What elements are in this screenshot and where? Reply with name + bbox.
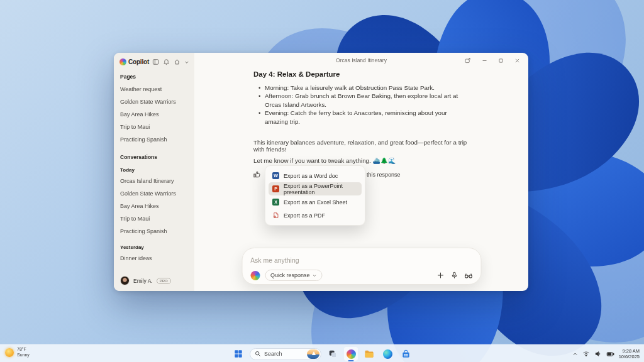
export-excel-item[interactable]: X Export as an Excel Sheet [269, 195, 362, 209]
panel-toggle-icon[interactable] [152, 58, 159, 65]
share-window-icon[interactable] [464, 57, 471, 64]
search-icon [255, 351, 261, 357]
titlebar: Orcas Island Itinerary [194, 53, 528, 68]
response-mode-label: Quick response [270, 272, 310, 278]
task-view-icon [328, 349, 337, 358]
bullet-morning: Morning: Take a leisurely walk at Obstru… [258, 84, 469, 92]
day4-heading: Day 4: Relax & Departure [253, 70, 469, 78]
sidebar-item-practicing-spanish-page[interactable]: Practicing Spanish [114, 133, 194, 146]
app-name: Copilot [128, 58, 149, 65]
sidebar-item-golden-state-warriors[interactable]: Golden State Warriors [114, 187, 194, 200]
desktop: { "desktop": { "weather": { "temperature… [0, 0, 644, 362]
export-word-item[interactable]: W Export as a Word doc [269, 169, 362, 182]
word-icon: W [272, 172, 279, 179]
export-menu: W Export as a Word doc P Export as a Pow… [265, 165, 365, 226]
pro-badge: PRO [157, 278, 171, 284]
avatar [120, 276, 130, 285]
close-button[interactable] [514, 58, 520, 63]
chevron-down-icon[interactable] [184, 60, 189, 65]
pages-header: Pages [120, 74, 188, 80]
export-powerpoint-item[interactable]: P Export as a PowerPoint presentation [269, 182, 362, 195]
copilot-taskbar-icon [347, 349, 356, 359]
store-icon [401, 349, 411, 359]
sidebar-header: Copilot [114, 53, 194, 65]
file-explorer-button[interactable] [362, 346, 376, 361]
taskbar: 78°F Sunny Search [0, 344, 644, 362]
message-content: Day 4: Relax & Departure Morning: Take a… [194, 68, 528, 180]
task-view-button[interactable] [326, 346, 340, 361]
excel-icon: X [272, 199, 279, 206]
folder-icon [364, 349, 374, 359]
clock-widget[interactable]: 9:28 AM 10/6/2025 [619, 348, 640, 359]
sidebar-item-practicing-spanish[interactable]: Practicing Spanish [114, 225, 194, 238]
microsoft-store-button[interactable] [399, 346, 413, 361]
response-mode-dropdown[interactable]: Quick response [265, 270, 323, 281]
sidebar-item-orcas-island-itinerary[interactable]: Orcas Island Itinerary [114, 175, 194, 187]
search-placeholder: Search [264, 351, 304, 357]
profile-name: Emily A. [133, 278, 153, 284]
export-word-label: Export as a Word doc [284, 173, 338, 179]
export-powerpoint-label: Export as a PowerPoint presentation [284, 183, 358, 195]
taskbar-search[interactable]: Search [250, 348, 321, 360]
pdf-icon [272, 212, 279, 219]
sidebar-item-bay-area-hikes[interactable]: Bay Area Hikes [114, 200, 194, 212]
maximize-button[interactable] [498, 58, 504, 63]
edge-icon [383, 349, 392, 359]
add-attachment-icon[interactable] [436, 271, 445, 280]
sun-icon [5, 348, 14, 357]
main-pane: Orcas Island Itinerary Day 4: Relax & De… [194, 53, 528, 291]
weather-widget[interactable]: 78°F Sunny [5, 347, 30, 358]
clock-time: 9:28 AM [619, 348, 640, 354]
clock-date: 10/6/2025 [619, 354, 640, 359]
closing-text: Let me know if you want to tweak anythin… [253, 157, 469, 164]
bullet-afternoon: Afternoon: Grab brunch at Brown Bear Bak… [258, 92, 469, 109]
tray-overflow-chevron-icon[interactable] [572, 351, 578, 357]
start-button[interactable] [231, 346, 245, 361]
weather-temperature: 78°F [17, 347, 30, 353]
windows-logo-icon [234, 349, 243, 358]
powerpoint-icon: P [272, 185, 279, 192]
wifi-icon[interactable] [582, 350, 590, 358]
notifications-bell-icon[interactable] [163, 58, 170, 65]
thumbs-up-icon[interactable] [252, 170, 262, 179]
weather-condition: Sunny [17, 353, 30, 358]
sidebar-item-weather-request[interactable]: Weather request [114, 83, 194, 96]
minimize-button[interactable] [482, 58, 487, 63]
composer: Quick response [242, 248, 481, 285]
copilot-vision-icon[interactable] [464, 271, 472, 280]
today-label: Today [120, 167, 188, 173]
yesterday-label: Yesterday [120, 244, 188, 250]
active-app-indicator [348, 360, 354, 362]
copilot-window: Copilot Pages Weather request Golden Sta… [114, 53, 528, 291]
sidebar-item-trip-to-maui[interactable]: Trip to Maui [114, 212, 194, 225]
summary-text: This itinerary balances adventure, relax… [253, 139, 469, 153]
export-pdf-item[interactable]: Export as a PDF [269, 209, 362, 222]
taskbar-copilot-app[interactable] [344, 346, 358, 361]
profile-button[interactable]: Emily A. PRO [120, 276, 171, 285]
sidebar: Copilot Pages Weather request Golden Sta… [114, 53, 194, 291]
edge-browser-button[interactable] [380, 346, 394, 361]
sidebar-item-trip-to-maui-page[interactable]: Trip to Maui [114, 121, 194, 133]
ask-input[interactable] [250, 256, 472, 264]
sidebar-item-dinner-ideas[interactable]: Dinner ideas [114, 252, 194, 265]
home-icon[interactable] [174, 58, 180, 65]
bullet-evening: Evening: Catch the ferry back to Anacort… [258, 109, 469, 126]
sidebar-item-golden-state-warriors-page[interactable]: Golden State Warriors [114, 96, 194, 108]
itinerary-bullets: Morning: Take a leisurely walk at Obstru… [258, 84, 469, 126]
volume-icon[interactable] [594, 350, 602, 358]
sidebar-item-bay-area-hikes-page[interactable]: Bay Area Hikes [114, 108, 194, 121]
export-excel-label: Export as an Excel Sheet [284, 199, 347, 206]
export-pdf-label: Export as a PDF [284, 212, 325, 219]
copilot-logo-icon [250, 271, 260, 280]
microphone-icon[interactable] [450, 271, 458, 280]
battery-icon[interactable] [606, 350, 614, 358]
copilot-logo-icon [119, 58, 126, 65]
conversations-header: Conversations [120, 154, 188, 160]
search-daily-image [307, 349, 319, 359]
